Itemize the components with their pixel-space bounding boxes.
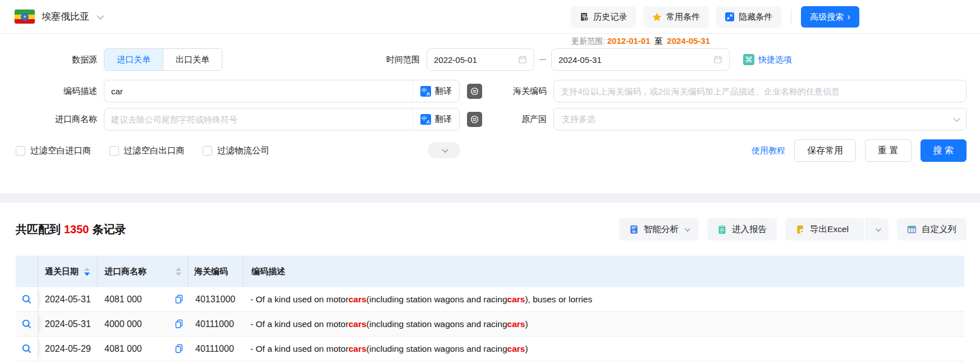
country-selector-label[interactable]: 埃塞俄比亚 [42,10,89,23]
smart-analysis-button[interactable]: BI 智能分析 [619,218,699,241]
row-importer: 4081 000 [104,344,142,354]
checkbox-icon [203,146,212,156]
magnifier-icon [21,343,32,354]
code-desc-input[interactable] [104,80,413,102]
search-button[interactable]: 搜 索 [921,139,967,162]
history-button[interactable]: 历史记录 [571,6,636,28]
row-detail-button[interactable] [16,312,38,336]
time-range-label: 时间范围 [362,55,427,65]
exact-match-toggle[interactable] [467,112,482,127]
bi-analysis-icon: BI [629,225,639,234]
row-detail-button[interactable] [16,337,38,361]
update-range: 更新范围: 2012-01-01 至 2024-05-31 [571,36,710,47]
importer-label: 进口商名称 [0,114,104,125]
row-description: - Of a kind used on motor cars (includin… [244,337,964,361]
update-range-from: 2012-01-01 [607,36,651,46]
magnifier-icon [21,319,32,329]
calendar-icon [713,55,722,64]
chevron-down-icon [685,226,690,232]
header-importer-name[interactable]: 进口商名称 [98,256,189,287]
header-clearance-date[interactable]: 通关日期 [38,256,98,287]
equal-circle-icon [470,115,479,124]
favorites-button[interactable]: 常用条件 [643,6,709,28]
ethiopia-flag-icon: ★ [15,10,35,24]
results-count: 1350 [64,223,89,235]
row-date: 2024-05-31 [38,312,98,336]
code-desc-label: 编码描述 [0,86,104,97]
magnifier-icon [21,294,32,305]
divider [791,10,791,24]
row-code: 40131000 [189,287,244,311]
origin-label: 原产国 [489,114,553,125]
hs-code-field [553,80,967,102]
filter-logistics-checkbox[interactable]: 过滤物流公司 [203,145,269,157]
code-desc-field: 中A 翻译 [104,80,460,102]
row-code: 40111000 [189,312,244,336]
advanced-search-button[interactable]: 高级搜索 › [801,6,859,28]
hs-code-label: 海关编码 [489,86,553,97]
svg-text:BI: BI [633,229,636,233]
table-header-row: 通关日期 进口商名称 海关编码 编码描述 [16,256,964,287]
row-date: 2024-05-29 [38,337,98,361]
results-table: 通关日期 进口商名称 海关编码 编码描述 2024-05-31 4081 000 [16,256,964,361]
translate-icon: 中A [420,114,431,125]
expand-filters-button[interactable] [428,142,460,158]
row-description: - Of a kind used on motor cars (includin… [244,287,964,311]
command-icon: ⌘ [743,54,754,65]
datasource-tabs: 进口关单 出口关单 [104,48,222,71]
tutorial-link[interactable]: 使用教程 [752,146,785,156]
filter-blank-exporter-checkbox[interactable]: 过滤空白出口商 [109,145,185,157]
chevron-down-icon [442,146,448,152]
checkbox-icon [16,146,25,156]
copy-icon[interactable] [175,344,184,353]
row-importer: 4081 000 [104,294,142,305]
table-row: 2024-05-29 4081 000 40111000 - Of a kind… [16,337,964,361]
collapse-icon [725,12,734,21]
row-code: 40111000 [189,337,244,361]
translate-button[interactable]: 中A 翻译 [413,108,459,130]
translate-button[interactable]: 中A 翻译 [413,80,459,102]
chevron-down-icon[interactable] [97,12,104,20]
export-dropdown-button[interactable] [864,218,889,241]
results-count-title: 共匹配到1350条记录 [16,222,126,237]
custom-columns-button[interactable]: 自定义列 [897,218,967,241]
checkbox-icon [109,146,119,156]
chevron-down-icon [953,115,960,122]
sort-control[interactable] [176,267,181,276]
header-hs-code: 海关编码 [189,256,244,287]
top-bar: ★ 埃塞俄比亚 历史记录 常用条件 隐藏条件 [0,0,980,34]
save-common-button[interactable]: 保存常用 [794,139,856,162]
datasource-label: 数据源 [0,55,104,65]
end-date-input[interactable]: 2024-05-31 [551,48,730,71]
translate-icon: 中A [420,86,431,97]
quick-options-link[interactable]: 快捷选项 [758,55,792,65]
importer-input[interactable] [104,108,413,130]
enter-report-button[interactable]: 进入报告 [707,218,777,241]
hide-conditions-button[interactable]: 隐藏条件 [716,6,781,28]
search-form: 更新范围: 2012-01-01 至 2024-05-31 数据源 进口关单 出… [0,34,980,193]
tab-export-declarations[interactable]: 出口关单 [163,49,222,70]
star-icon [652,12,662,22]
copy-icon[interactable] [175,294,184,304]
export-excel-main[interactable]: 导出Excel [785,218,859,241]
header-code-description: 编码描述 [244,256,964,287]
row-detail-button[interactable] [16,287,38,311]
start-date-input[interactable]: 2022-05-01 [427,48,534,71]
update-range-to: 2024-05-31 [667,36,710,46]
table-body: 2024-05-31 4081 000 40131000 - Of a kind… [16,287,964,361]
tab-import-declarations[interactable]: 进口关单 [104,49,163,70]
export-excel-button: 导出Excel [785,218,889,241]
copy-icon[interactable] [175,319,184,329]
equal-circle-icon [470,87,479,96]
sort-control[interactable] [84,267,90,276]
importer-field: 中A 翻译 [104,108,460,130]
exact-match-toggle[interactable] [467,84,482,99]
hs-code-input[interactable] [554,80,966,102]
reset-button[interactable]: 重 置 [865,139,911,162]
row-date: 2024-05-31 [38,287,98,311]
row-importer: 4000 000 [104,319,142,329]
filter-blank-importer-checkbox[interactable]: 过滤空白进口商 [16,145,91,157]
date-range-dash [539,59,546,60]
origin-select[interactable]: 支持多选 [553,108,967,130]
section-divider [0,193,980,203]
